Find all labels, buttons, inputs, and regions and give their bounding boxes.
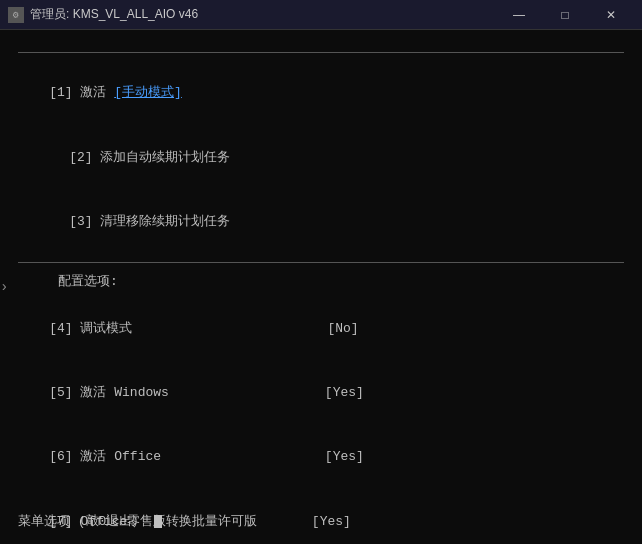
divider-1 [18,52,624,53]
config-item-5-label: 激活 Windows [73,385,310,400]
menu-item-3[interactable]: [3] 清理移除续期计划任务 [18,190,624,254]
menu-item-2-text: [2] [69,150,92,165]
console-window: › [1] 激活 [手动模式] [2] 添加自动续期计划任务 [3] 清理移除续… [0,30,642,544]
config-item-5[interactable]: [5] 激活 Windows [Yes] [18,361,624,425]
prompt-area[interactable]: 菜单选项 (敲0退出） [18,512,624,530]
config-section-title: 配置选项: [18,271,624,292]
cursor-blink [154,515,162,528]
config-item-6-value: [Yes] [309,449,364,464]
minimize-button[interactable]: — [496,0,542,30]
divider-2 [18,262,624,263]
menu-item-1-id: [1] 激活 [49,85,114,100]
config-item-5-id: [5] [49,385,72,400]
config-item-5-value: [Yes] [309,385,364,400]
menu-item-1[interactable]: [1] 激活 [手动模式] [18,61,624,125]
config-item-4-id: [4] [49,321,72,336]
config-item-6[interactable]: [6] 激活 Office [Yes] [18,425,624,489]
menu-item-1-highlight: [手动模式] [114,85,182,100]
maximize-button[interactable]: □ [542,0,588,30]
window-title: 管理员: KMS_VL_ALL_AIO v46 [30,6,496,23]
window-controls: — □ ✕ [496,0,634,30]
menu-item-2[interactable]: [2] 添加自动续期计划任务 [18,125,624,189]
close-button[interactable]: ✕ [588,0,634,30]
titlebar: ⚙ 管理员: KMS_VL_ALL_AIO v46 — □ ✕ [0,0,642,30]
config-item-6-label: 激活 Office [73,449,310,464]
app-icon: ⚙ [8,7,24,23]
config-item-4-label: 调试模式 [73,321,304,336]
menu-item-3-text: [3] [69,214,92,229]
config-item-4[interactable]: [4] 调试模式 [No] [18,296,624,360]
prompt-text: 菜单选项 (敲0退出） [18,514,153,529]
menu-item-2-label: 添加自动续期计划任务 [93,150,231,165]
scroll-indicator: › [0,279,8,295]
menu-item-3-label: 清理移除续期计划任务 [93,214,231,229]
config-item-4-value: [No] [304,321,359,336]
config-item-6-id: [6] [49,449,72,464]
